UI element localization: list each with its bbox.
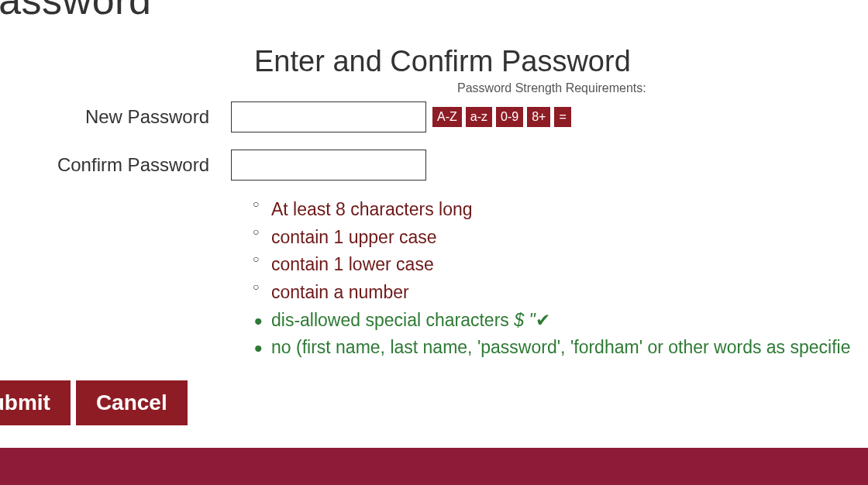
submit-button[interactable]: Submit <box>0 380 71 425</box>
requirement-no-words: no (first name, last name, 'password', '… <box>256 334 868 362</box>
requirement-special-chars: dis-allowed special characters $ "✔ <box>256 307 868 335</box>
requirement-special-italic: $ " <box>514 310 535 330</box>
requirement-length: At least 8 characters long <box>256 196 868 224</box>
section-title: Enter and Confirm Password <box>254 45 868 78</box>
confirm-password-row: Confirm Password <box>0 150 868 181</box>
requirement-special-text: dis-allowed special characters <box>271 310 514 330</box>
badge-length: 8+ <box>527 107 550 127</box>
requirement-number: contain a number <box>256 279 868 307</box>
badge-lowercase: a-z <box>466 107 492 127</box>
badge-uppercase: A-Z <box>432 107 462 127</box>
page-title: w Password <box>0 0 868 23</box>
new-password-input[interactable] <box>231 101 426 132</box>
cancel-button[interactable]: Cancel <box>76 380 188 425</box>
new-password-row: New Password A-Z a-z 0-9 8+ = <box>0 101 868 132</box>
confirm-password-label: Confirm Password <box>0 154 231 176</box>
button-row: Submit Cancel <box>0 380 868 425</box>
confirm-password-input[interactable] <box>231 150 426 181</box>
strength-badges: A-Z a-z 0-9 8+ = <box>432 107 571 127</box>
requirement-lowercase: contain 1 lower case <box>256 251 868 279</box>
badge-match: = <box>554 107 570 127</box>
footer-bar <box>0 448 868 485</box>
strength-requirements-label: Password Strength Requirements: <box>457 81 868 95</box>
requirements-list: At least 8 characters long contain 1 upp… <box>256 196 868 362</box>
check-icon: ✔ <box>536 310 550 330</box>
badge-digit: 0-9 <box>496 107 523 127</box>
requirement-uppercase: contain 1 upper case <box>256 224 868 252</box>
new-password-label: New Password <box>0 106 231 128</box>
